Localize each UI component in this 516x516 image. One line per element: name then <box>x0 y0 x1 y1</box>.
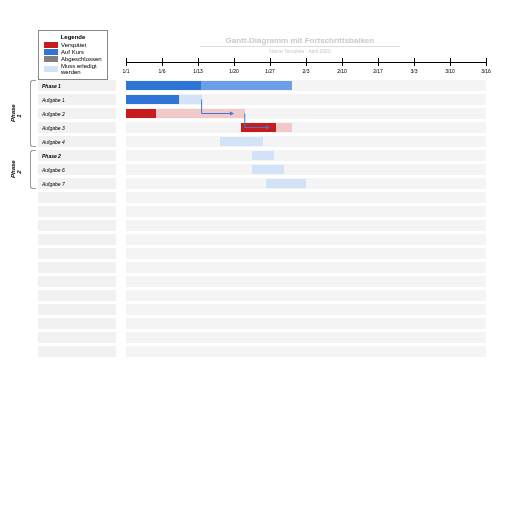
empty-track-cell <box>126 220 486 231</box>
gantt-bar[interactable] <box>220 137 263 146</box>
row-track <box>126 178 486 189</box>
legend-label: Auf Kurs <box>61 49 84 55</box>
row-label: Phase 2 <box>38 150 116 161</box>
empty-row <box>38 346 486 357</box>
empty-row <box>38 262 486 273</box>
empty-track-cell <box>126 234 486 245</box>
axis-tick <box>306 58 307 66</box>
row-track <box>126 108 486 119</box>
gantt-rows: Phase 1Aufgabe 1Aufgabe 2Aufgabe 3Aufgab… <box>38 80 486 360</box>
axis-tick <box>270 58 271 66</box>
empty-row <box>38 318 486 329</box>
gantt-canvas: Legende VerspätetAuf KursAbgeschlossenMu… <box>30 30 490 490</box>
row-label: Aufgabe 6 <box>38 164 116 175</box>
empty-row <box>38 304 486 315</box>
empty-track-cell <box>126 318 486 329</box>
axis-tick <box>162 58 163 66</box>
legend-item: Abgeschlossen <box>44 56 102 62</box>
row-track <box>126 80 486 91</box>
chart-subtitle: Name Template · April 2020 <box>200 48 400 54</box>
axis-tick <box>234 58 235 66</box>
empty-label-cell <box>38 318 116 329</box>
empty-track-cell <box>126 276 486 287</box>
legend-title: Legende <box>44 34 102 40</box>
row-label: Aufgabe 3 <box>38 122 116 133</box>
empty-row <box>38 248 486 259</box>
empty-label-cell <box>38 346 116 357</box>
empty-track-cell <box>126 192 486 203</box>
phase-label: Phase 1 <box>10 110 22 122</box>
gantt-row: Phase 1 <box>38 80 486 91</box>
gantt-bar[interactable] <box>252 165 284 174</box>
empty-row <box>38 234 486 245</box>
legend-swatch <box>44 49 58 55</box>
row-label: Aufgabe 7 <box>38 178 116 189</box>
legend-item: Auf Kurs <box>44 49 102 55</box>
empty-row <box>38 206 486 217</box>
timeline-axis: 1/11/61/131/201/272/32/102/173/33/103/16 <box>126 58 486 74</box>
empty-label-cell <box>38 248 116 259</box>
empty-label-cell <box>38 192 116 203</box>
empty-label-cell <box>38 290 116 301</box>
gantt-row: Aufgabe 6 <box>38 164 486 175</box>
gantt-bar[interactable] <box>266 179 306 188</box>
row-track <box>126 164 486 175</box>
progress-fill <box>241 123 276 132</box>
gantt-row: Aufgabe 2 <box>38 108 486 119</box>
legend-swatch <box>44 56 58 62</box>
empty-label-cell <box>38 276 116 287</box>
axis-tick-label: 1/20 <box>222 68 246 74</box>
empty-track-cell <box>126 248 486 259</box>
gantt-bar[interactable] <box>241 123 291 132</box>
gantt-bar[interactable] <box>126 95 202 104</box>
axis-tick-label: 3/3 <box>402 68 426 74</box>
gantt-bar[interactable] <box>126 81 292 90</box>
axis-tick-label: 1/27 <box>258 68 282 74</box>
axis-tick-label: 1/6 <box>150 68 174 74</box>
empty-row <box>38 192 486 203</box>
axis-tick-label: 3/16 <box>474 68 498 74</box>
gantt-row: Aufgabe 4 <box>38 136 486 147</box>
empty-track-cell <box>126 262 486 273</box>
axis-tick-label: 2/10 <box>330 68 354 74</box>
progress-fill <box>126 81 201 90</box>
empty-row <box>38 332 486 343</box>
phase-label: Phase 2 <box>10 166 22 178</box>
empty-track-cell <box>126 304 486 315</box>
axis-tick <box>198 58 199 66</box>
gantt-row: Aufgabe 7 <box>38 178 486 189</box>
progress-fill <box>126 95 179 104</box>
axis-tick <box>378 58 379 66</box>
empty-label-cell <box>38 234 116 245</box>
row-label: Aufgabe 4 <box>38 136 116 147</box>
axis-tick-label: 1/13 <box>186 68 210 74</box>
empty-label-cell <box>38 262 116 273</box>
gantt-row: Aufgabe 1 <box>38 94 486 105</box>
empty-track-cell <box>126 206 486 217</box>
legend-label: Abgeschlossen <box>61 56 102 62</box>
empty-row <box>38 220 486 231</box>
empty-row <box>38 276 486 287</box>
legend-item: Verspätet <box>44 42 102 48</box>
axis-tick <box>450 58 451 66</box>
gantt-bar[interactable] <box>126 109 245 118</box>
empty-track-cell <box>126 332 486 343</box>
legend-box: Legende VerspätetAuf KursAbgeschlossenMu… <box>38 30 108 80</box>
legend-swatch <box>44 42 58 48</box>
phase-brace <box>30 80 36 147</box>
row-label: Aufgabe 1 <box>38 94 116 105</box>
axis-tick-label: 3/10 <box>438 68 462 74</box>
axis-tick-label: 2/3 <box>294 68 318 74</box>
axis-tick <box>342 58 343 66</box>
empty-label-cell <box>38 220 116 231</box>
gantt-row: Phase 2 <box>38 150 486 161</box>
row-track <box>126 150 486 161</box>
chart-title: Gantt-Diagramm mit Fortschrittsbalken <box>200 36 400 47</box>
row-track <box>126 94 486 105</box>
empty-track-cell <box>126 346 486 357</box>
legend-label: Muss erledigt werden <box>61 63 102 75</box>
row-track <box>126 122 486 133</box>
empty-label-cell <box>38 332 116 343</box>
axis-tick <box>486 58 487 66</box>
gantt-bar[interactable] <box>252 151 274 160</box>
